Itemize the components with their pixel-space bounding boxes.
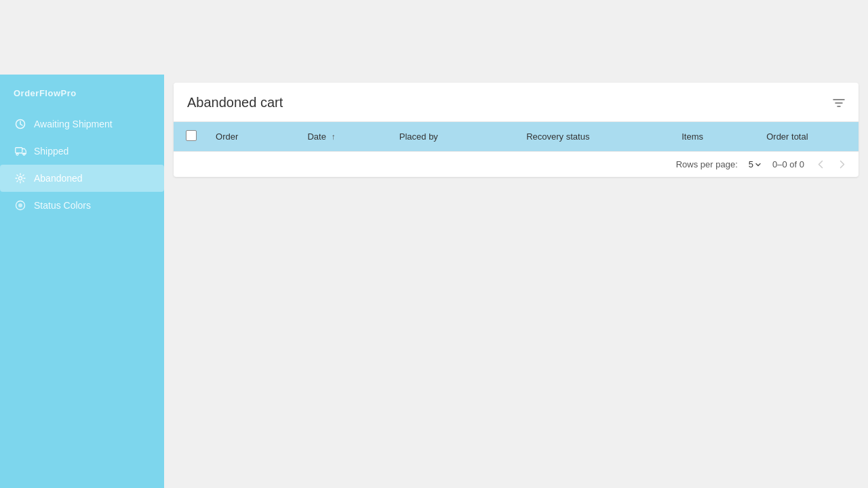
column-order: Order xyxy=(209,122,300,151)
prev-page-button[interactable] xyxy=(815,159,826,170)
abandoned-cart-card: Abandoned cart xyxy=(174,83,859,177)
card-header: Abandoned cart xyxy=(174,83,859,122)
sidebar-item-awaiting-shipment[interactable]: Awaiting Shipment xyxy=(0,110,164,138)
page-range: 0–0 of 0 xyxy=(772,159,804,169)
sidebar-item-label: Shipped xyxy=(34,146,68,157)
svg-point-4 xyxy=(19,177,22,180)
settings-icon xyxy=(14,171,27,185)
select-all-checkbox[interactable] xyxy=(186,130,197,141)
sidebar-item-label: Abandoned xyxy=(34,173,83,184)
table-header-row: Order Date ↑ Placed by Recovery status xyxy=(174,122,859,151)
truck-icon xyxy=(14,144,27,158)
rows-per-page-select[interactable]: 5 xyxy=(749,159,762,169)
rows-per-page-dropdown-icon xyxy=(755,159,762,169)
app-logo: OrderFlowPro xyxy=(0,81,90,110)
column-order-total: Order total xyxy=(760,122,859,151)
sidebar-item-status-colors[interactable]: Status Colors xyxy=(0,192,164,219)
rows-per-page-label: Rows per page: xyxy=(676,159,738,169)
column-placed-by: Placed by xyxy=(393,122,519,151)
sidebar-item-label: Awaiting Shipment xyxy=(34,119,113,129)
rows-per-page-value: 5 xyxy=(749,159,753,169)
main-content: Abandoned cart xyxy=(164,75,868,488)
svg-point-2 xyxy=(16,153,18,155)
filter-button[interactable] xyxy=(833,98,845,108)
svg-rect-1 xyxy=(15,147,22,152)
next-page-button[interactable] xyxy=(837,159,848,170)
page-title: Abandoned cart xyxy=(187,95,283,110)
svg-point-3 xyxy=(23,153,25,155)
svg-point-6 xyxy=(18,203,22,207)
table-wrapper: Order Date ↑ Placed by Recovery status xyxy=(174,122,859,177)
sidebar-item-abandoned[interactable]: Abandoned xyxy=(0,165,164,192)
sidebar: OrderFlowPro Awaiting Shipment Shipped xyxy=(0,75,164,488)
column-date[interactable]: Date ↑ xyxy=(300,122,392,151)
pagination-row: Rows per page: 5 0–0 of 0 xyxy=(174,151,859,177)
circle-icon xyxy=(14,199,27,212)
sidebar-item-shipped[interactable]: Shipped xyxy=(0,138,164,165)
column-recovery-status: Recovery status xyxy=(519,122,675,151)
clock-icon xyxy=(14,117,27,131)
sort-arrow-icon: ↑ xyxy=(332,132,336,142)
abandoned-cart-table: Order Date ↑ Placed by Recovery status xyxy=(174,122,859,151)
sidebar-item-label: Status Colors xyxy=(34,200,91,211)
select-all-header[interactable] xyxy=(174,122,209,151)
column-items: Items xyxy=(675,122,760,151)
